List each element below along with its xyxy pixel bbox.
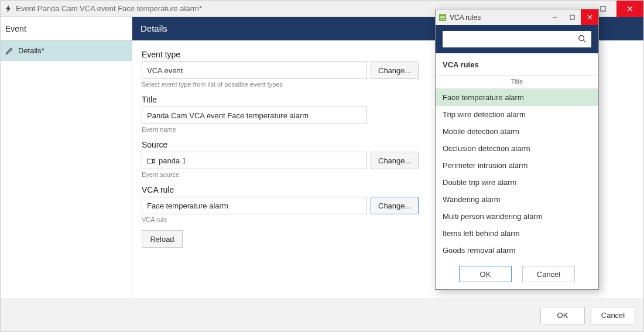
list-item[interactable]: Face temperature alarm bbox=[436, 89, 598, 106]
dialog-ok-button[interactable]: OK bbox=[459, 266, 512, 282]
dialog-close-button[interactable] bbox=[581, 9, 598, 25]
reload-button[interactable]: Reload bbox=[142, 230, 183, 248]
svg-rect-2 bbox=[601, 6, 605, 11]
app-icon bbox=[439, 13, 447, 22]
svg-line-16 bbox=[584, 40, 586, 42]
svg-rect-5 bbox=[148, 159, 153, 163]
pencil-icon bbox=[5, 47, 13, 55]
ok-button[interactable]: OK bbox=[540, 307, 585, 324]
svg-point-15 bbox=[579, 35, 584, 40]
bolt-icon bbox=[4, 5, 12, 13]
search-input-wrapper bbox=[443, 31, 591, 47]
dialog-cancel-button[interactable]: Cancel bbox=[522, 266, 575, 282]
source-change-button[interactable]: Change... bbox=[371, 152, 419, 169]
list-item[interactable]: Mobile detection alarm bbox=[436, 123, 598, 140]
list-item[interactable]: Double trip wire alarm bbox=[436, 174, 598, 191]
vca-rule-change-button[interactable]: Change... bbox=[371, 197, 419, 214]
dialog-caption: VCA rules bbox=[436, 53, 598, 76]
list-item[interactable]: Trip wire detection alarm bbox=[436, 106, 598, 123]
dialog-footer: OK Cancel bbox=[436, 259, 598, 289]
svg-marker-6 bbox=[153, 159, 155, 163]
sidebar-item-details[interactable]: Details* bbox=[1, 40, 132, 61]
list-item[interactable]: Perimeter intrusion alarm bbox=[436, 157, 598, 174]
svg-rect-12 bbox=[570, 15, 574, 19]
list-item[interactable]: Items left behind alarm bbox=[436, 225, 598, 242]
sidebar-item-label: Details* bbox=[18, 46, 44, 55]
vca-rules-dialog: VCA rules VCA rules Title Face temperatu… bbox=[435, 9, 599, 290]
list-item[interactable]: Wandering alarm bbox=[436, 191, 598, 208]
close-button[interactable] bbox=[616, 1, 643, 17]
list-item[interactable]: Occlusion detection alarm bbox=[436, 140, 598, 157]
dialog-column-header: Title bbox=[436, 76, 598, 89]
dialog-footer: OK Cancel bbox=[1, 299, 643, 331]
vca-rule-value: Face temperature alarm bbox=[147, 201, 228, 210]
list-item[interactable]: Goods removal alarm bbox=[436, 242, 598, 259]
dialog-title: VCA rules bbox=[450, 13, 546, 22]
svg-rect-9 bbox=[440, 17, 445, 18]
dialog-searchbar bbox=[436, 25, 598, 53]
svg-rect-8 bbox=[440, 16, 445, 16]
camera-icon bbox=[147, 157, 155, 164]
vca-rule-field: Face temperature alarm bbox=[142, 197, 367, 214]
event-type-change-button[interactable]: Change... bbox=[371, 61, 419, 79]
list-item[interactable]: Multi person wandering alarm bbox=[436, 208, 598, 225]
svg-rect-11 bbox=[552, 18, 556, 18]
search-icon[interactable] bbox=[573, 35, 591, 45]
dialog-minimize-button[interactable] bbox=[546, 9, 563, 25]
source-value: panda 1 bbox=[159, 156, 186, 165]
dialog-maximize-button[interactable] bbox=[563, 9, 581, 25]
event-type-value: VCA event bbox=[147, 66, 183, 75]
sidebar: Event Details* bbox=[1, 17, 132, 299]
title-input[interactable]: Panda Cam VCA event Face temperature ala… bbox=[142, 107, 367, 124]
title-value: Panda Cam VCA event Face temperature ala… bbox=[147, 111, 309, 120]
svg-rect-10 bbox=[440, 19, 445, 19]
sidebar-header: Event bbox=[1, 17, 132, 40]
event-type-field: VCA event bbox=[142, 61, 367, 79]
search-input[interactable] bbox=[443, 35, 573, 44]
cancel-button[interactable]: Cancel bbox=[591, 307, 635, 324]
source-field: panda 1 bbox=[142, 152, 367, 169]
svg-marker-0 bbox=[6, 5, 11, 12]
dialog-titlebar: VCA rules bbox=[436, 9, 598, 25]
vca-rules-list: Face temperature alarm Trip wire detecti… bbox=[436, 89, 598, 259]
